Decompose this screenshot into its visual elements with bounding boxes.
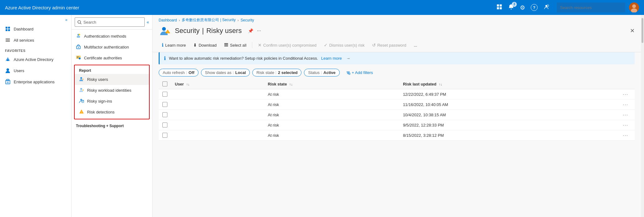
table-row: At risk 11/16/2022, 10:40:05 AM ··· (159, 99, 635, 110)
col-user[interactable]: User ↑↓ (171, 79, 264, 89)
toolbar-more-button[interactable]: ... (411, 41, 420, 49)
feedback-icon[interactable]: + (543, 4, 549, 12)
breadcrumb-dashboard[interactable]: Dashboard (159, 18, 177, 22)
auto-refresh-chip[interactable]: Auto refresh : Off (159, 69, 198, 76)
row-2-checkbox[interactable] (162, 102, 167, 107)
dismiss-risk-button[interactable]: ✓ Dismiss user(s) risk (321, 41, 367, 49)
nav-item-mfa[interactable]: Multifactor authentication (72, 42, 152, 53)
page-title-risky-users: Risky users (206, 27, 242, 35)
row-1-more[interactable]: ··· (619, 89, 635, 99)
sidebar-item-users-label: Users (14, 68, 24, 73)
col-checkbox (159, 79, 171, 89)
learn-more-button[interactable]: ℹ Learn more (159, 41, 189, 49)
row-5-more-icon[interactable]: ··· (623, 133, 628, 138)
status-chip[interactable]: Status : Active (304, 69, 339, 76)
svg-rect-15 (6, 39, 10, 39)
row-1-checkbox[interactable] (162, 92, 167, 97)
row-2-more[interactable]: ··· (619, 99, 635, 110)
help-icon[interactable]: ? (531, 4, 538, 11)
nav-item-risk-detections[interactable]: ! Risk detections (75, 107, 149, 118)
nav-item-risk-detections-label: Risk detections (87, 110, 114, 114)
user-avatar[interactable] (629, 2, 639, 12)
info-banner-link[interactable]: Learn more (321, 56, 342, 61)
row-3-checkbox[interactable] (162, 112, 167, 117)
svg-point-4 (511, 8, 512, 9)
nav-item-risky-signins[interactable]: Risky sign-ins (75, 96, 149, 107)
select-all-button[interactable]: Select all (221, 41, 250, 49)
sidebar-collapse-icon[interactable]: « (65, 17, 68, 22)
row-1-user (171, 89, 264, 99)
row-1-more-icon[interactable]: ··· (623, 92, 628, 97)
page-header: ! Security | Risky users 📌 ··· ✕ (152, 23, 641, 39)
row-4-more-icon[interactable]: ··· (623, 122, 628, 127)
col-actions (619, 79, 635, 89)
data-table: User ↑↓ Risk state ↑↓ Risk last updated … (159, 79, 635, 141)
svg-rect-24 (7, 82, 8, 83)
nav-item-risky-workload[interactable]: Risky workload identities (75, 85, 149, 96)
sidebar-item-aad[interactable]: Azure Active Directory (0, 54, 71, 65)
nav-item-auth-methods-label: Authentication methods (84, 34, 126, 39)
breadcrumb-sep-1: › (179, 18, 180, 22)
dismiss-icon: ✓ (324, 43, 328, 48)
row-3-risk-updated: 10/4/2022, 10:38:15 AM (399, 110, 619, 120)
breadcrumb-org[interactable]: 多奇數位創意有限公司 | Security (182, 17, 236, 23)
download-button[interactable]: ⬇ Download (190, 41, 220, 49)
settings-icon[interactable]: ⚙ (520, 4, 525, 11)
download-icon: ⬇ (193, 43, 197, 48)
scrollbar-thumb[interactable] (642, 18, 643, 43)
header-more-icon[interactable]: ··· (257, 28, 261, 34)
sidebar: « Dashboard All s (0, 15, 72, 217)
row-4-more[interactable]: ··· (619, 120, 635, 130)
row-2-more-icon[interactable]: ··· (623, 102, 628, 107)
sidebar-item-users[interactable]: Users (0, 65, 71, 76)
row-3-more-icon[interactable]: ··· (623, 112, 628, 117)
close-icon[interactable]: ✕ (630, 27, 635, 34)
svg-rect-17 (6, 41, 10, 42)
portal-icon[interactable] (496, 4, 502, 12)
auto-refresh-label: Auto refresh : (163, 70, 187, 75)
risk-state-chip[interactable]: Risk state : 2 selected (252, 69, 301, 76)
sidebar-item-all-services[interactable]: All services (0, 35, 71, 46)
aad-icon (5, 57, 11, 62)
notification-badge: 3 (512, 2, 517, 7)
svg-point-38 (80, 77, 82, 79)
col-risk-state[interactable]: Risk state ↑↓ (264, 79, 399, 89)
nav-collapse-icon[interactable]: « (147, 20, 149, 25)
toolbar: ℹ Learn more ⬇ Download Select all (152, 39, 641, 52)
svg-point-41 (80, 88, 82, 90)
row-5-checkbox[interactable] (162, 133, 167, 138)
breadcrumb-current: Security (240, 18, 254, 22)
nav-search-input-wrap[interactable]: Search (75, 17, 145, 27)
confirm-compromised-button[interactable]: ✕ Confirm user(s) compromised (255, 41, 320, 49)
row-4-user (171, 120, 264, 130)
notification-icon[interactable]: 3 (508, 4, 514, 12)
row-5-more[interactable]: ··· (619, 130, 635, 141)
app-title: Azure Active Directory admin center (5, 5, 492, 10)
nav-item-auth-methods[interactable]: Authentication methods (72, 31, 152, 42)
sidebar-item-dashboard[interactable]: Dashboard (0, 23, 71, 35)
status-value: Active (324, 70, 336, 75)
row-4-checkbox[interactable] (162, 122, 167, 127)
row-2-user (171, 99, 264, 110)
nav-search-placeholder: Search (83, 20, 96, 25)
nav-item-risky-users[interactable]: ! Risky users (75, 74, 149, 85)
table-row: At risk 8/15/2022, 3:28:12 PM ··· (159, 130, 635, 141)
risky-users-icon: ! (79, 76, 84, 82)
reset-password-button[interactable]: ↺ Reset password (369, 41, 409, 49)
pin-icon[interactable]: 📌 (248, 28, 253, 33)
add-filters-button[interactable]: + Add filters (342, 69, 377, 76)
sidebar-item-enterprise[interactable]: Enterprise applications (0, 76, 71, 87)
topbar-search-input[interactable] (557, 2, 625, 12)
right-scrollbar[interactable] (641, 15, 644, 217)
nav-item-cert-auth[interactable]: Certificate authorities (72, 53, 152, 63)
row-checkbox-cell (159, 99, 171, 110)
svg-text:!: ! (81, 111, 82, 113)
col-risk-last-updated[interactable]: Risk last updated ↑↓ (399, 79, 619, 89)
row-3-more[interactable]: ··· (619, 110, 635, 120)
show-dates-chip[interactable]: Show dates as : Local (201, 69, 250, 76)
svg-text:+: + (548, 5, 548, 7)
confirm-icon: ✕ (258, 43, 262, 48)
row-2-risk-state: At risk (264, 99, 399, 110)
header-checkbox[interactable] (162, 81, 167, 86)
svg-point-33 (78, 47, 79, 48)
